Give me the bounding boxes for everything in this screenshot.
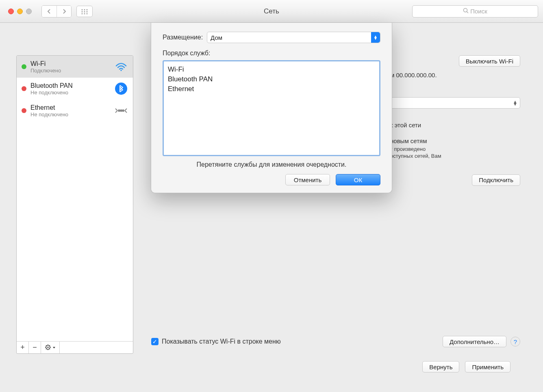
- svg-point-17: [47, 346, 49, 348]
- svg-point-6: [82, 13, 83, 14]
- add-service-button[interactable]: +: [17, 342, 29, 353]
- back-button[interactable]: [42, 6, 56, 17]
- svg-point-15: [122, 110, 124, 111]
- svg-point-11: [120, 70, 122, 71]
- partial-text-3b: оступных сетей, Вам: [390, 153, 520, 160]
- partial-block: новым сетям т произведено оступных сетей…: [390, 137, 520, 160]
- svg-point-13: [118, 110, 120, 111]
- service-list-item[interactable]: Wi-Fi: [168, 65, 375, 74]
- sidebar-item-status: Не подключено: [30, 89, 110, 96]
- show-all-button[interactable]: [76, 6, 93, 17]
- location-select[interactable]: Дом ▲▼: [207, 32, 380, 43]
- show-wifi-status-label: Показывать статус Wi-Fi в строке меню: [162, 338, 281, 345]
- cancel-button[interactable]: Отменить: [285, 174, 330, 185]
- nav-buttons: [41, 5, 72, 17]
- status-dot-red: [22, 108, 26, 113]
- sidebar-item-name: Bluetooth PAN: [30, 82, 110, 89]
- sidebar-footer: + −: [17, 341, 133, 353]
- svg-point-4: [84, 11, 85, 12]
- partial-text-1: к этой сети: [390, 122, 520, 128]
- sheet-buttons: Отменить ОК: [163, 174, 380, 185]
- main-area: Wi-Fi Подключено Bluetooth PAN Не подклю…: [0, 23, 543, 392]
- sidebar-item-text: Wi-Fi Подключено: [30, 60, 110, 74]
- svg-point-3: [82, 11, 83, 12]
- traffic-lights: [8, 9, 32, 14]
- sidebar-item-status: Подключено: [30, 68, 110, 74]
- search-placeholder: Поиск: [470, 8, 487, 15]
- ip-address-text: м 00.000.000.00.: [390, 72, 520, 78]
- window-footer: Вернуть Применить: [16, 354, 527, 384]
- sidebar-item-text: Ethernet Не подключено: [30, 104, 110, 118]
- bottom-row: ✓ Показывать статус Wi-Fi в строке меню …: [151, 331, 520, 347]
- service-order-sheet: Размещение: Дом ▲▼ Порядок служб: Wi-Fi …: [151, 23, 392, 193]
- chevron-updown-icon: ▲▼: [513, 100, 517, 105]
- sheet-hint: Перетяните службы для изменения очередно…: [163, 161, 380, 168]
- sidebar-item-wifi[interactable]: Wi-Fi Подключено: [17, 56, 133, 78]
- revert-button[interactable]: Вернуть: [422, 361, 459, 372]
- service-order-label: Порядок служб:: [163, 50, 380, 57]
- turn-off-wifi-button[interactable]: Выключить Wi-Fi: [459, 55, 520, 67]
- partial-text-3a: т произведено: [390, 146, 520, 153]
- network-name-select[interactable]: ▲▼: [390, 97, 520, 109]
- sidebar-item-name: Ethernet: [30, 104, 110, 111]
- svg-point-0: [82, 9, 83, 10]
- sidebar-item-name: Wi-Fi: [30, 60, 110, 68]
- sidebar-item-status: Не подключено: [30, 111, 110, 118]
- network-sidebar: Wi-Fi Подключено Bluetooth PAN Не подклю…: [16, 55, 133, 354]
- advanced-button[interactable]: Дополнительно…: [443, 336, 506, 347]
- svg-point-1: [84, 9, 85, 10]
- remove-service-button[interactable]: −: [29, 342, 41, 353]
- ok-button[interactable]: ОК: [336, 174, 380, 185]
- sidebar-item-text: Bluetooth PAN Не подключено: [30, 82, 110, 96]
- sidebar-item-ethernet[interactable]: Ethernet Не подключено: [17, 100, 133, 122]
- svg-point-5: [87, 11, 88, 12]
- svg-line-10: [467, 12, 469, 13]
- service-list-item[interactable]: Bluetooth PAN: [168, 74, 375, 84]
- status-dot-green: [22, 64, 26, 69]
- close-window-button[interactable]: [8, 9, 14, 14]
- search-input[interactable]: Поиск: [412, 5, 538, 17]
- forward-button[interactable]: [56, 6, 71, 17]
- svg-point-7: [84, 13, 85, 14]
- service-order-list[interactable]: Wi-Fi Bluetooth PAN Ethernet: [163, 60, 380, 156]
- chevron-updown-icon: ▲▼: [371, 32, 380, 43]
- minimize-window-button[interactable]: [17, 9, 23, 14]
- bluetooth-icon: [114, 82, 128, 96]
- search-icon: [463, 8, 469, 15]
- ethernet-icon: [114, 104, 128, 118]
- show-wifi-status-checkbox[interactable]: ✓: [151, 338, 159, 345]
- connect-8021x-button[interactable]: Подключить: [472, 174, 520, 186]
- sidebar-list: Wi-Fi Подключено Bluetooth PAN Не подклю…: [17, 56, 133, 341]
- service-options-button[interactable]: [41, 342, 60, 353]
- detail-right-column: Выключить Wi-Fi м 00.000.000.00. ▲▼ к эт…: [390, 55, 520, 160]
- sidebar-item-bluetooth[interactable]: Bluetooth PAN Не подключено: [17, 78, 133, 100]
- wifi-icon: [114, 60, 128, 74]
- location-row: Размещение: Дом ▲▼: [163, 32, 380, 43]
- maximize-window-button[interactable]: [26, 9, 32, 14]
- partial-text-2: новым сетям: [390, 137, 520, 144]
- apply-button[interactable]: Применить: [465, 361, 510, 372]
- svg-point-2: [87, 9, 88, 10]
- location-label: Размещение:: [163, 34, 203, 41]
- window-title: Сеть: [264, 7, 279, 15]
- help-button[interactable]: ?: [510, 337, 520, 346]
- svg-point-9: [464, 9, 467, 12]
- location-value: Дом: [211, 34, 222, 41]
- service-list-item[interactable]: Ethernet: [168, 84, 375, 94]
- svg-point-14: [120, 110, 122, 111]
- network-preferences-window: Сеть Поиск Wi-Fi Подключено: [0, 0, 543, 392]
- svg-point-8: [87, 13, 88, 14]
- status-dot-red: [22, 86, 26, 91]
- titlebar: Сеть Поиск: [0, 0, 543, 23]
